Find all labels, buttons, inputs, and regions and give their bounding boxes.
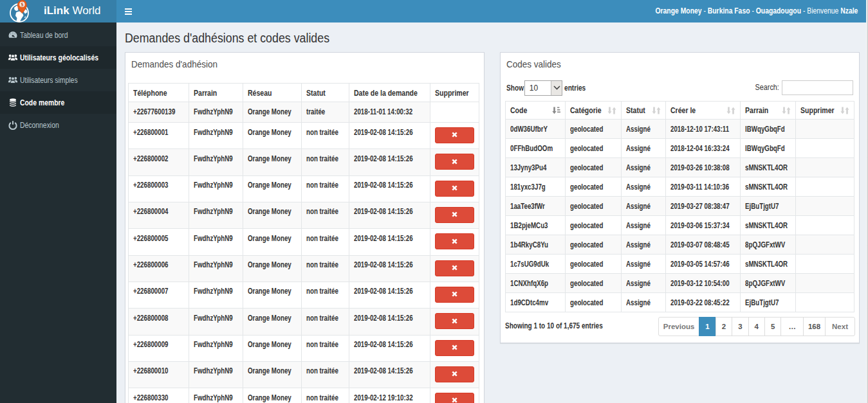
- svg-text:$: $: [21, 1, 24, 8]
